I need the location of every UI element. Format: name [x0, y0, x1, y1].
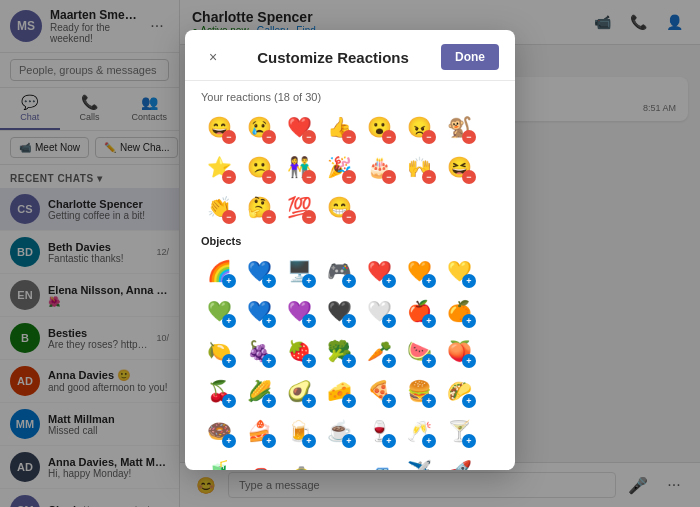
add-badge: +: [262, 394, 276, 408]
object-emoji-item[interactable]: ✈️+: [401, 453, 437, 470]
reaction-item[interactable]: 🎂−: [361, 149, 397, 185]
object-emoji-item[interactable]: 🏎️+: [321, 453, 357, 470]
object-emoji-item[interactable]: 🖤+: [321, 293, 357, 329]
remove-badge: −: [342, 170, 356, 184]
add-badge: +: [302, 434, 316, 448]
object-emoji-item[interactable]: 🍇+: [241, 333, 277, 369]
add-badge: +: [422, 354, 436, 368]
add-badge: +: [342, 394, 356, 408]
object-emoji-item[interactable]: 💙+: [241, 253, 277, 289]
done-button[interactable]: Done: [441, 44, 499, 70]
reaction-item[interactable]: 😠−: [401, 109, 437, 145]
add-badge: +: [422, 434, 436, 448]
object-emoji-item[interactable]: 🥕+: [361, 333, 397, 369]
object-emoji-item[interactable]: 🧀+: [321, 373, 357, 409]
object-emoji-item[interactable]: 🥑+: [281, 373, 317, 409]
reaction-item[interactable]: 😮−: [361, 109, 397, 145]
add-badge: +: [462, 274, 476, 288]
reaction-item[interactable]: 🤔−: [241, 189, 277, 225]
object-emoji-item[interactable]: 🍔+: [401, 373, 437, 409]
add-badge: +: [422, 394, 436, 408]
add-badge: +: [342, 434, 356, 448]
reaction-item[interactable]: 😁−: [321, 189, 357, 225]
remove-badge: −: [422, 170, 436, 184]
add-badge: +: [382, 354, 396, 368]
reaction-item[interactable]: 😕−: [241, 149, 277, 185]
modal-title: Customize Reactions: [225, 49, 441, 66]
reaction-item[interactable]: 😆−: [441, 149, 477, 185]
reaction-item[interactable]: 😄−: [201, 109, 237, 145]
object-emoji-item[interactable]: 🍎+: [401, 293, 437, 329]
remove-badge: −: [222, 170, 236, 184]
add-badge: +: [382, 434, 396, 448]
object-emoji-item[interactable]: 🧃+: [201, 453, 237, 470]
add-badge: +: [462, 394, 476, 408]
object-emoji-item[interactable]: 🍑+: [441, 333, 477, 369]
your-reactions-label: Your reactions (18 of 30): [201, 81, 499, 109]
object-emoji-item[interactable]: 💙+: [241, 293, 277, 329]
add-badge: +: [462, 434, 476, 448]
reaction-item[interactable]: ⭐−: [201, 149, 237, 185]
object-emoji-item[interactable]: 🍺+: [281, 413, 317, 449]
reaction-item[interactable]: 👫−: [281, 149, 317, 185]
add-badge: +: [382, 314, 396, 328]
remove-badge: −: [262, 210, 276, 224]
object-emoji-item[interactable]: 🍒+: [201, 373, 237, 409]
object-emoji-item[interactable]: 🍩+: [201, 413, 237, 449]
remove-badge: −: [342, 210, 356, 224]
object-emoji-item[interactable]: 🌮+: [441, 373, 477, 409]
remove-badge: −: [462, 130, 476, 144]
add-badge: +: [422, 314, 436, 328]
modal-header: × Customize Reactions Done: [185, 30, 515, 81]
object-emoji-item[interactable]: 🥂+: [401, 413, 437, 449]
object-emoji-item[interactable]: 💛+: [441, 253, 477, 289]
object-emoji-item[interactable]: 🍊+: [441, 293, 477, 329]
add-badge: +: [342, 314, 356, 328]
add-badge: +: [222, 314, 236, 328]
object-emoji-item[interactable]: 🚗+: [241, 453, 277, 470]
objects-grid: 🌈+💙+🖥️+🎮+❤️+🧡+💛+💚+💙+💜+🖤+🤍+🍎+🍊+🍋+🍇+🍓+🥦+🥕+…: [201, 253, 499, 470]
object-emoji-item[interactable]: 🤍+: [361, 293, 397, 329]
add-badge: +: [382, 274, 396, 288]
reaction-item[interactable]: 🎉−: [321, 149, 357, 185]
object-emoji-item[interactable]: ☕+: [321, 413, 357, 449]
reaction-item[interactable]: 👍−: [321, 109, 357, 145]
reaction-item[interactable]: 😢−: [241, 109, 277, 145]
reaction-item[interactable]: 🐒−: [441, 109, 477, 145]
modal-body: Your reactions (18 of 30) 😄−😢−❤️−👍−😮−😠−🐒…: [185, 81, 515, 470]
object-emoji-item[interactable]: 🍸+: [441, 413, 477, 449]
object-emoji-item[interactable]: 🍋+: [201, 333, 237, 369]
object-emoji-item[interactable]: 🎮+: [321, 253, 357, 289]
object-emoji-item[interactable]: 💚+: [201, 293, 237, 329]
add-badge: +: [302, 274, 316, 288]
object-emoji-item[interactable]: 🚀+: [441, 453, 477, 470]
remove-badge: −: [302, 170, 316, 184]
objects-section-label: Objects: [201, 225, 499, 253]
your-reactions-grid: 😄−😢−❤️−👍−😮−😠−🐒−⭐−😕−👫−🎉−🎂−🙌−😆−👏−🤔−💯−😁−: [201, 109, 499, 225]
reaction-item[interactable]: 💯−: [281, 189, 317, 225]
object-emoji-item[interactable]: 🍉+: [401, 333, 437, 369]
object-emoji-item[interactable]: 🍷+: [361, 413, 397, 449]
reaction-item[interactable]: 👏−: [201, 189, 237, 225]
add-badge: +: [422, 274, 436, 288]
object-emoji-item[interactable]: 🧡+: [401, 253, 437, 289]
object-emoji-item[interactable]: ❤️+: [361, 253, 397, 289]
add-badge: +: [222, 274, 236, 288]
object-emoji-item[interactable]: 🖥️+: [281, 253, 317, 289]
object-emoji-item[interactable]: 🚕+: [281, 453, 317, 470]
object-emoji-item[interactable]: 🍕+: [361, 373, 397, 409]
reaction-item[interactable]: ❤️−: [281, 109, 317, 145]
add-badge: +: [262, 274, 276, 288]
object-emoji-item[interactable]: 💜+: [281, 293, 317, 329]
object-emoji-item[interactable]: 🍓+: [281, 333, 317, 369]
add-badge: +: [462, 314, 476, 328]
reaction-item[interactable]: 🙌−: [401, 149, 437, 185]
object-emoji-item[interactable]: 🚙+: [361, 453, 397, 470]
object-emoji-item[interactable]: 🥦+: [321, 333, 357, 369]
object-emoji-item[interactable]: 🍰+: [241, 413, 277, 449]
remove-badge: −: [222, 210, 236, 224]
object-emoji-item[interactable]: 🌈+: [201, 253, 237, 289]
modal-close-button[interactable]: ×: [201, 45, 225, 69]
remove-badge: −: [302, 130, 316, 144]
object-emoji-item[interactable]: 🌽+: [241, 373, 277, 409]
